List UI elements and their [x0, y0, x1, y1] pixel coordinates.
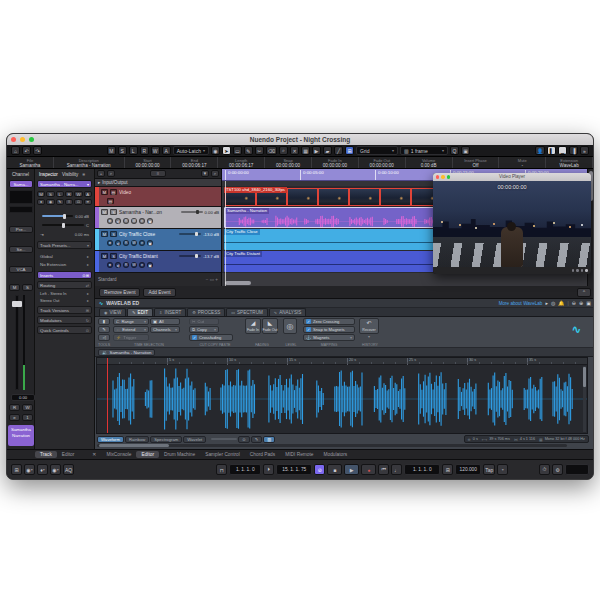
info-field-description[interactable]: DescriptionSamantha - Narration [54, 157, 125, 168]
track-scale-widget[interactable]: ≡ [150, 170, 166, 177]
left-zone-toggle[interactable]: ▌ [547, 146, 556, 155]
channel-solo-button[interactable]: S [22, 284, 33, 291]
video-player-window[interactable]: Video Player 00:00:00:00 [433, 173, 591, 274]
info-field-mute[interactable]: Mute- [499, 157, 546, 168]
track-row-city-traffic-close[interactable]: MSCity Traffic Close-13.0 dB●◂)RWe▣ [95, 229, 221, 251]
time-format-icon[interactable]: ♩ [391, 464, 402, 475]
monitor-button[interactable]: ◂) [115, 262, 121, 268]
inspector-l-button[interactable]: L [56, 191, 64, 197]
freeze-button[interactable]: ▣ [147, 218, 153, 224]
channel-read-button[interactable]: R [9, 404, 20, 411]
state-button-w[interactable]: W [151, 146, 160, 155]
info-field-fade-in[interactable]: Fade In00:00:00:00 [312, 157, 359, 168]
section-quick-controls[interactable]: Quick Controls⊙ [37, 326, 92, 334]
track-volume-slider[interactable] [179, 233, 201, 235]
redo-icon[interactable]: ↷ [33, 146, 42, 155]
view-tab-rainbow[interactable]: Rainbow [125, 436, 149, 443]
info-value[interactable]: 0.00 dB [421, 163, 437, 168]
editor-hscrollbar[interactable] [97, 444, 567, 447]
lower-zone-toggle[interactable]: ▁ [558, 146, 567, 155]
fade-out-button[interactable]: ◣Fade Out [262, 318, 278, 334]
range-select[interactable]: ⊏Range▾ [113, 318, 149, 325]
state-button-s[interactable]: S [118, 146, 127, 155]
remove-event-button[interactable]: Remove Event [99, 288, 140, 297]
read-automation-button[interactable]: R [123, 240, 129, 246]
transport-play-button[interactable]: ▶ [344, 464, 359, 475]
edit-indicator-icon[interactable]: ✎ [251, 436, 263, 443]
tool-7[interactable]: ▦ [301, 146, 310, 155]
info-field-insert-phase[interactable]: Insert PhaseOff [453, 157, 500, 168]
return-to-start-icon[interactable]: ⏮ [378, 464, 389, 475]
tool-5[interactable]: ⌕ [279, 146, 288, 155]
tool-1[interactable]: ▭ [233, 146, 242, 155]
channel-fader-handle[interactable] [12, 301, 22, 307]
zoom-in-icon[interactable]: ⊕ [579, 300, 583, 306]
track-height-preset[interactable]: Standard [98, 277, 117, 282]
transport-grid-button[interactable]: ⊞ [11, 464, 22, 475]
transport-settings-icon[interactable]: ⚙ [552, 464, 563, 475]
tempo-display[interactable]: 120.000 [455, 464, 481, 475]
track-volume-slider[interactable] [179, 255, 201, 257]
tab-editor-left[interactable]: Editor [57, 451, 80, 458]
add-track-button[interactable]: + [97, 170, 105, 177]
inspector-icon-5[interactable]: ≋ [84, 199, 92, 205]
track-volume-value[interactable]: -13.0 dB [203, 232, 219, 237]
tool-10[interactable]: ╱ [334, 146, 343, 155]
channel-sends-chip[interactable]: Se... [9, 246, 33, 253]
edit-channel-button[interactable]: e [139, 218, 145, 224]
info-value[interactable]: 00:00:00:00 [370, 163, 394, 168]
edit-channel-button[interactable]: e [139, 262, 145, 268]
time-signature-select[interactable]: ▾ [497, 464, 508, 475]
audio-quantize-button[interactable]: AQ [63, 464, 74, 475]
thumbnail-toggle[interactable]: ▤ [107, 198, 114, 204]
inspector-a-button[interactable]: A [84, 191, 92, 197]
track-row-samantha-nar-on[interactable]: MSSamantha - Nar...on0.00 dB●◂)RWe▣ [95, 207, 221, 229]
info-value[interactable]: Off [472, 163, 478, 168]
position-display[interactable]: 1. 1. 1. 0 [404, 464, 440, 475]
panel-icon[interactable]: ▣ [586, 300, 591, 306]
view-zoom-slider[interactable] [211, 438, 237, 440]
inspector-w-button[interactable]: W [74, 191, 82, 197]
info-field-volume[interactable]: Volume0.00 dB [406, 157, 453, 168]
tab-visibility[interactable]: Visibility [62, 172, 79, 177]
routing-output[interactable]: Stereo Out▸ [37, 297, 92, 303]
tool-4[interactable]: ⌫ [266, 146, 277, 155]
mute-button[interactable]: M [101, 231, 108, 237]
info-field-snap[interactable]: Snap00:00:00:00 [265, 157, 312, 168]
section-routing[interactable]: Routing⇄ [37, 281, 92, 289]
transport-stop-button[interactable]: ■ [327, 464, 342, 475]
tool-8[interactable]: ▶ [312, 146, 321, 155]
channel-mute-button[interactable]: M [9, 284, 20, 291]
automation-mode-select[interactable]: Auto-Latch▾ [173, 146, 209, 155]
track-name[interactable]: City Traffic Close [119, 232, 177, 237]
left-locator-display[interactable]: 1. 1. 1. 0 [229, 464, 261, 475]
tab-inspector[interactable]: Inspector [39, 172, 58, 177]
tool-6[interactable]: ✕ [290, 146, 299, 155]
hub-icon[interactable]: ⌂ [11, 146, 20, 155]
channel-inserts-display[interactable] [9, 190, 33, 204]
channels-select[interactable]: Channels▾ [150, 326, 180, 333]
info-value[interactable]: Samantha - Narration [67, 163, 111, 168]
inspector-pan-row[interactable]: C [37, 221, 92, 229]
channel-fader-value[interactable]: 0.00 [11, 394, 35, 401]
crossfading-toggle[interactable]: ✓Crossfading [189, 334, 233, 341]
section-modulators[interactable]: Modulators↻ [37, 316, 92, 324]
inspector-m-button[interactable]: M [37, 191, 45, 197]
close-lower-zone-icon[interactable]: ✕ [87, 451, 101, 458]
recover-button[interactable]: ↶Recover▾ [359, 318, 379, 334]
metronome-icon[interactable]: ⏱ [539, 464, 550, 475]
wavelab-help-link[interactable]: More about WaveLab [499, 301, 543, 306]
inspector-r-button[interactable]: R [65, 191, 73, 197]
state-button-r[interactable]: R [140, 146, 149, 155]
tool-9[interactable]: ▰ [323, 146, 332, 155]
section-track-versions[interactable]: Track Versions⊞ [37, 306, 92, 314]
locator-icon[interactable]: ⊓ [216, 464, 227, 475]
write-automation-button[interactable]: W [131, 240, 137, 246]
inspector-menu-icon[interactable]: ≡ [82, 172, 85, 177]
record-enable-button[interactable]: ● [107, 240, 113, 246]
info-value[interactable]: 00:00:00:00 [135, 163, 159, 168]
freeze-button[interactable]: ▣ [147, 240, 153, 246]
editor-tab-view[interactable]: ◉VIEW [99, 308, 126, 316]
lower-tab-drum-machine[interactable]: Drum Machine [159, 451, 200, 458]
output-level-display[interactable] [565, 464, 589, 475]
